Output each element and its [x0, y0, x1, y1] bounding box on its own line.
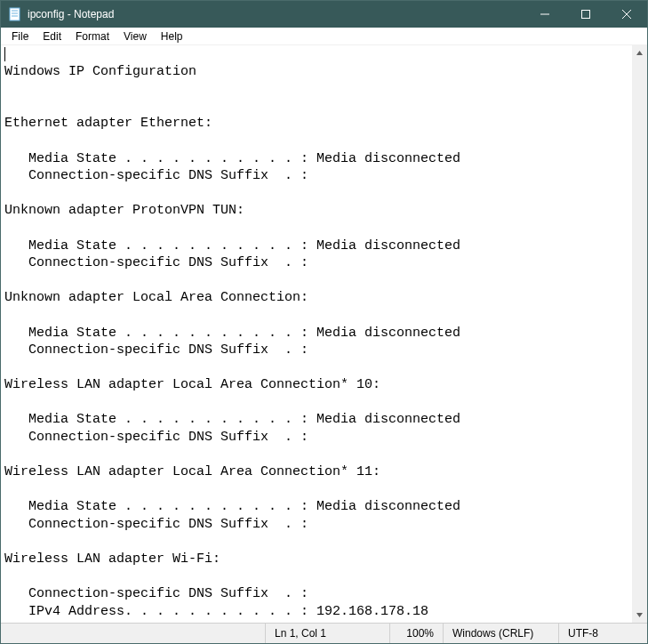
titlebar[interactable]: ipconfig - Notepad	[1, 1, 647, 28]
window-title: ipconfig - Notepad	[28, 8, 114, 20]
vertical-scrollbar[interactable]	[632, 45, 647, 623]
maximize-button[interactable]	[565, 1, 606, 28]
svg-rect-0	[10, 8, 20, 20]
status-spacer	[1, 624, 265, 643]
menu-view[interactable]: View	[116, 29, 154, 44]
scroll-down-button[interactable]	[632, 608, 647, 623]
notepad-icon	[8, 7, 22, 21]
scroll-up-button[interactable]	[632, 45, 647, 60]
text-caret	[4, 47, 5, 61]
minimize-button[interactable]	[524, 1, 565, 28]
menu-format[interactable]: Format	[68, 29, 116, 44]
menu-edit[interactable]: Edit	[36, 29, 68, 44]
statusbar: Ln 1, Col 1 100% Windows (CRLF) UTF-8	[1, 623, 647, 643]
status-position: Ln 1, Col 1	[265, 624, 389, 643]
menubar: File Edit Format View Help	[1, 28, 647, 45]
menu-file[interactable]: File	[4, 29, 36, 44]
svg-rect-5	[582, 11, 590, 19]
close-button[interactable]	[606, 1, 647, 28]
status-eol: Windows (CRLF)	[443, 624, 558, 643]
status-zoom: 100%	[389, 624, 443, 643]
text-editor[interactable]: Windows IP Configuration Ethernet adapte…	[1, 45, 632, 623]
editor-area: Windows IP Configuration Ethernet adapte…	[1, 45, 647, 623]
scrollbar-track[interactable]	[632, 60, 647, 608]
menu-help[interactable]: Help	[154, 29, 190, 44]
status-encoding: UTF-8	[558, 624, 647, 643]
